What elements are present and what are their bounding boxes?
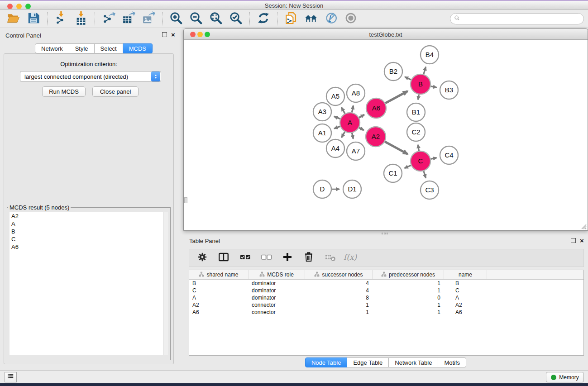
node-B1[interactable]: B1: [407, 103, 425, 121]
mcds-result-item[interactable]: C: [10, 235, 168, 243]
cell-name[interactable]: A6: [444, 309, 487, 315]
column-header-name[interactable]: name: [444, 270, 487, 279]
open-session-button[interactable]: [6, 12, 21, 26]
first-neighbors-button[interactable]: [304, 12, 318, 26]
cell-MCDS-role[interactable]: connector: [249, 309, 305, 315]
edge-A6-B[interactable]: [385, 91, 408, 103]
cell-successor-nodes[interactable]: 8: [305, 295, 373, 301]
mcds-result-item[interactable]: B: [10, 228, 168, 235]
scrollbar-track[interactable]: [163, 212, 168, 355]
tab-motifs[interactable]: Motifs: [438, 357, 466, 367]
column-header-shared-name[interactable]: shared name: [189, 270, 249, 279]
node-C3[interactable]: C3: [421, 181, 439, 199]
mcds-result-list[interactable]: A2ABCA6: [10, 212, 168, 355]
zoom-selected-button[interactable]: [229, 12, 243, 26]
save-session-button[interactable]: [26, 12, 41, 26]
node-C1[interactable]: C1: [384, 164, 402, 182]
canvas-left-grip[interactable]: [184, 197, 187, 203]
node-D1[interactable]: D1: [343, 180, 361, 198]
edge-C-C2[interactable]: [418, 145, 419, 151]
table-row-B[interactable]: Bdominator41B: [189, 280, 583, 287]
zoom-out-button[interactable]: [189, 12, 203, 26]
cell-name[interactable]: A: [444, 295, 487, 301]
cell-MCDS-role[interactable]: dominator: [249, 280, 305, 286]
delete-table-button[interactable]: [324, 252, 336, 264]
cell-name[interactable]: C: [444, 287, 487, 294]
function-builder-button[interactable]: f(x): [345, 252, 358, 264]
table-options-gear-button[interactable]: [196, 252, 209, 264]
edge-C-C3[interactable]: [424, 171, 426, 178]
import-network-button[interactable]: [54, 12, 68, 26]
tab-mcds[interactable]: MCDS: [123, 43, 153, 53]
mcds-result-item[interactable]: A6: [10, 243, 168, 251]
export-network-button[interactable]: [101, 12, 116, 26]
node-C2[interactable]: C2: [407, 123, 425, 141]
show-all-button[interactable]: [344, 12, 358, 26]
cell-MCDS-role[interactable]: dominator: [249, 295, 305, 301]
cell-successor-nodes[interactable]: 1: [305, 302, 373, 308]
node-A6[interactable]: A6: [366, 98, 386, 118]
edge-A-A5[interactable]: [342, 108, 345, 114]
show-column-button[interactable]: [217, 252, 230, 264]
edge-A-A8[interactable]: [352, 105, 354, 112]
table-row-A[interactable]: Adominator80A: [189, 294, 583, 301]
mcds-result-item[interactable]: A2: [10, 212, 168, 220]
edge-A-A6[interactable]: [359, 114, 364, 117]
cell-predecessor-nodes[interactable]: 1: [373, 280, 444, 286]
node-B[interactable]: B: [411, 74, 430, 94]
zoom-fit-button[interactable]: [209, 12, 223, 26]
cell-shared-name[interactable]: A: [189, 295, 249, 301]
run-mcds-button[interactable]: Run MCDS: [42, 86, 86, 97]
cell-shared-name[interactable]: B: [189, 280, 249, 286]
node-A2[interactable]: A2: [366, 127, 386, 147]
cell-predecessor-nodes[interactable]: 1: [373, 287, 444, 294]
mcds-result-item[interactable]: A: [10, 220, 168, 228]
node-table[interactable]: shared name MCDS role successor nodes pr…: [189, 270, 584, 356]
search-input[interactable]: [461, 14, 583, 24]
node-B4[interactable]: B4: [421, 46, 439, 64]
edge-B-B1[interactable]: [418, 95, 419, 100]
cell-successor-nodes[interactable]: 4: [305, 287, 373, 294]
select-all-checks-button[interactable]: [239, 252, 251, 264]
table-row-C[interactable]: Cdominator41C: [189, 287, 583, 294]
edge-C-C4[interactable]: [431, 158, 437, 159]
node-A3[interactable]: A3: [313, 103, 331, 121]
cell-name[interactable]: B: [444, 280, 487, 286]
tab-network[interactable]: Network: [35, 43, 69, 53]
import-table-button[interactable]: [74, 12, 88, 26]
refresh-layout-button[interactable]: [256, 12, 271, 26]
cell-predecessor-nodes[interactable]: 0: [373, 295, 444, 301]
add-column-button[interactable]: [281, 252, 294, 264]
cell-predecessor-nodes[interactable]: 1: [373, 309, 444, 315]
cell-MCDS-role[interactable]: dominator: [249, 287, 305, 294]
node-A8[interactable]: A8: [347, 84, 365, 102]
node-C4[interactable]: C4: [440, 146, 458, 164]
table-row-A2[interactable]: A2connector11A2: [189, 301, 583, 309]
cell-predecessor-nodes[interactable]: 1: [373, 302, 444, 308]
edge-B-B2[interactable]: [405, 77, 411, 80]
column-header-predecessor-nodes[interactable]: predecessor nodes: [373, 270, 444, 279]
node-A[interactable]: A: [340, 113, 360, 133]
cell-shared-name[interactable]: C: [189, 287, 249, 294]
window-resize-grip[interactable]: [580, 223, 587, 229]
delete-column-button[interactable]: [302, 252, 315, 264]
edge-A-A2[interactable]: [359, 128, 363, 130]
close-table-panel-icon[interactable]: ×: [580, 238, 584, 243]
cell-shared-name[interactable]: A6: [189, 309, 249, 315]
edge-C-C1[interactable]: [405, 165, 411, 168]
zoom-in-button[interactable]: [169, 12, 183, 26]
search-field[interactable]: [450, 13, 584, 24]
tab-style[interactable]: Style: [69, 43, 95, 53]
hide-selected-button[interactable]: f: [324, 12, 338, 26]
export-image-button[interactable]: [141, 12, 156, 26]
node-A7[interactable]: A7: [347, 142, 365, 160]
deselect-all-checks-button[interactable]: [260, 252, 272, 264]
cell-name[interactable]: A2: [444, 302, 487, 308]
node-C[interactable]: C: [411, 151, 430, 171]
tab-edge-table[interactable]: Edge Table: [347, 357, 389, 367]
table-row-A6[interactable]: A6connector11A6: [189, 309, 583, 316]
close-panel-button[interactable]: Close panel: [92, 86, 139, 97]
node-A5[interactable]: A5: [326, 87, 344, 105]
tab-select[interactable]: Select: [95, 43, 123, 53]
node-A4[interactable]: A4: [326, 139, 344, 157]
